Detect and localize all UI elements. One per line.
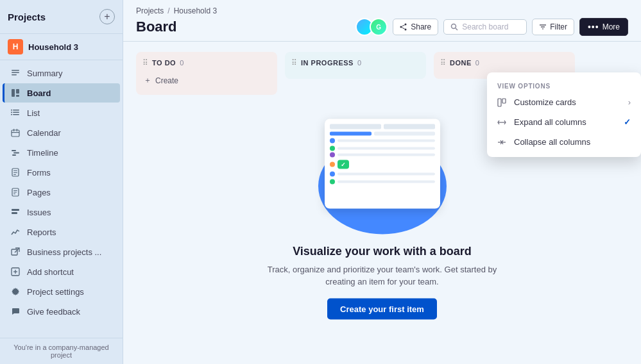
reports-icon — [10, 227, 21, 237]
board-icon — [10, 88, 21, 98]
sidebar-item-label: Calendar — [27, 128, 61, 138]
nav-items: Summary Board List Calendar — [0, 60, 123, 338]
todo-column-header: ⠿ TO DO 0 — [142, 58, 271, 67]
sidebar-item-forms[interactable]: Forms — [3, 163, 120, 182]
svg-rect-7 — [13, 112, 19, 113]
svg-rect-24 — [13, 190, 17, 191]
svg-point-36 — [405, 29, 407, 31]
sidebar-item-label: Forms — [27, 168, 51, 178]
svg-rect-4 — [16, 89, 19, 94]
customize-arrow-icon: › — [628, 97, 631, 107]
sidebar-item-settings[interactable]: Project settings — [3, 282, 120, 301]
sidebar-item-summary[interactable]: Summary — [3, 63, 120, 83]
svg-rect-5 — [16, 95, 19, 97]
sidebar-item-shortcut[interactable]: Add shortcut — [3, 262, 120, 281]
inprogress-column-title: IN PROGRESS — [301, 59, 354, 67]
breadcrumb: Projects / Household 3 — [136, 6, 628, 15]
sidebar-item-calendar[interactable]: Calendar — [3, 123, 120, 142]
sidebar-item-reports[interactable]: Reports — [3, 222, 120, 242]
svg-line-37 — [402, 25, 405, 26]
svg-point-35 — [400, 26, 402, 28]
empty-state-title: Visualize your work with a board — [293, 244, 472, 258]
search-icon — [450, 23, 458, 31]
svg-rect-22 — [13, 174, 16, 175]
board-area: ⠿ TO DO 0 ＋ Create ⠿ IN PROGRESS 0 — [123, 42, 641, 364]
todo-column-count: 0 — [180, 59, 184, 67]
svg-rect-2 — [12, 74, 17, 76]
customize-cards-label: Customize cards — [514, 97, 576, 107]
sidebar: Projects + H Household 3 Summary Board L… — [0, 0, 123, 364]
current-project[interactable]: H Household 3 — [0, 34, 123, 60]
svg-rect-6 — [13, 110, 19, 111]
sidebar-item-list[interactable]: List — [3, 103, 120, 122]
svg-rect-18 — [12, 154, 16, 156]
svg-rect-15 — [12, 132, 19, 133]
expand-columns-item[interactable]: Expand all columns ✓ — [487, 112, 641, 132]
breadcrumb-separator: / — [167, 6, 169, 15]
timeline-icon — [10, 147, 21, 158]
filter-icon — [539, 23, 547, 31]
inprogress-column-header: ⠿ IN PROGRESS 0 — [291, 58, 420, 67]
pages-icon — [10, 187, 21, 197]
sidebar-item-feedback[interactable]: Give feedback — [3, 302, 120, 321]
create-first-item-button[interactable]: Create your first item — [327, 298, 437, 319]
expand-columns-label: Expand all columns — [514, 117, 586, 127]
share-button[interactable]: Share — [393, 19, 438, 35]
svg-point-11 — [11, 114, 12, 115]
more-button[interactable]: ••• More — [579, 18, 628, 36]
svg-rect-16 — [12, 150, 16, 151]
drag-handle[interactable]: ⠿ — [291, 58, 297, 67]
view-options-dropdown: VIEW OPTIONS Customize cards › Expand al… — [487, 72, 641, 157]
breadcrumb-project[interactable]: Household 3 — [174, 6, 217, 15]
svg-rect-12 — [12, 130, 19, 136]
forms-icon — [10, 167, 21, 178]
svg-point-9 — [11, 110, 12, 111]
sidebar-header: Projects + — [0, 0, 123, 34]
breadcrumb-projects[interactable]: Projects — [136, 6, 164, 15]
empty-state-description: Track, organize and prioritize your team… — [267, 263, 498, 288]
sidebar-item-business[interactable]: Business projects ... — [3, 242, 120, 261]
board-illustration: ✓ — [305, 119, 459, 234]
svg-rect-17 — [13, 153, 19, 154]
drag-handle[interactable]: ⠿ — [142, 58, 148, 67]
svg-rect-21 — [13, 172, 17, 173]
sidebar-item-label: Summary — [27, 69, 63, 78]
sidebar-item-label: Give feedback — [27, 307, 80, 317]
feedback-icon — [10, 306, 21, 317]
sidebar-item-label: Business projects ... — [27, 247, 101, 257]
list-icon — [10, 108, 21, 118]
done-column-count: 0 — [475, 59, 479, 67]
inprogress-column: ⠿ IN PROGRESS 0 — [285, 52, 426, 79]
header-actions: G Share Search board Filter ••• More — [355, 18, 628, 41]
project-icon: H — [8, 39, 23, 54]
filter-button[interactable]: Filter — [532, 19, 574, 35]
sidebar-item-label: Board — [27, 88, 51, 98]
create-todo-button[interactable]: ＋ Create — [142, 72, 271, 88]
add-project-button[interactable]: + — [99, 9, 115, 24]
customize-cards-item[interactable]: Customize cards › — [487, 92, 641, 112]
sidebar-item-pages[interactable]: Pages — [3, 183, 120, 202]
sidebar-item-timeline[interactable]: Timeline — [3, 143, 120, 162]
team-avatars: G — [355, 18, 388, 36]
done-column-header: ⠿ DONE 0 — [440, 58, 568, 67]
todo-column: ⠿ TO DO 0 ＋ Create — [136, 52, 277, 95]
expand-icon — [497, 118, 508, 127]
search-box[interactable]: Search board — [443, 19, 527, 35]
collapse-columns-label: Collapse all columns — [514, 137, 590, 147]
plus-icon: ＋ — [144, 75, 151, 86]
summary-icon — [10, 68, 21, 78]
shortcut-icon — [10, 267, 21, 277]
issues-icon — [10, 207, 21, 217]
sidebar-item-board[interactable]: Board — [3, 83, 120, 103]
collapse-icon — [497, 138, 508, 147]
svg-rect-13 — [13, 129, 14, 131]
drag-handle[interactable]: ⠿ — [440, 58, 446, 67]
customize-icon — [497, 98, 508, 107]
todo-column-title: TO DO — [152, 59, 176, 67]
svg-rect-28 — [12, 212, 17, 214]
sidebar-item-issues[interactable]: Issues — [3, 203, 120, 222]
page-title: Board — [136, 19, 177, 35]
svg-rect-27 — [12, 209, 19, 211]
collapse-columns-item[interactable]: Collapse all columns — [487, 132, 641, 152]
page-header: Projects / Household 3 Board G Share Sea… — [123, 0, 641, 42]
